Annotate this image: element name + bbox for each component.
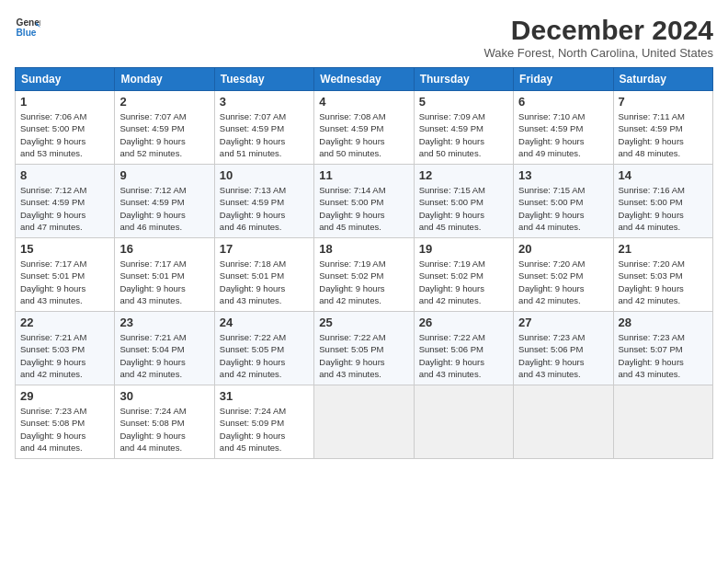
day-number: 31: [220, 389, 309, 403]
day-number: 4: [319, 95, 408, 109]
day-info: Sunrise: 7:15 AM Sunset: 5:00 PM Dayligh…: [419, 184, 508, 233]
day-info: Sunrise: 7:15 AM Sunset: 5:00 PM Dayligh…: [518, 184, 608, 233]
day-number: 17: [220, 242, 309, 256]
day-info: Sunrise: 7:12 AM Sunset: 4:59 PM Dayligh…: [119, 184, 209, 233]
calendar-week-row: 22Sunrise: 7:21 AM Sunset: 5:03 PM Dayli…: [16, 312, 713, 385]
day-number: 3: [220, 95, 309, 109]
calendar-day-cell: 31Sunrise: 7:24 AM Sunset: 5:09 PM Dayli…: [214, 385, 313, 459]
calendar-week-row: 29Sunrise: 7:23 AM Sunset: 5:08 PM Dayli…: [16, 385, 713, 459]
day-info: Sunrise: 7:24 AM Sunset: 5:08 PM Dayligh…: [119, 405, 209, 454]
calendar-day-cell: 5Sunrise: 7:09 AM Sunset: 4:59 PM Daylig…: [414, 91, 513, 165]
location-subtitle: Wake Forest, North Carolina, United Stat…: [483, 46, 713, 60]
calendar-day-cell: [314, 385, 414, 459]
calendar-table: SundayMondayTuesdayWednesdayThursdayFrid…: [15, 67, 713, 459]
calendar-day-cell: 9Sunrise: 7:12 AM Sunset: 4:59 PM Daylig…: [115, 165, 214, 238]
day-info: Sunrise: 7:11 AM Sunset: 4:59 PM Dayligh…: [619, 110, 708, 159]
day-info: Sunrise: 7:16 AM Sunset: 5:00 PM Dayligh…: [619, 184, 708, 233]
day-number: 30: [119, 389, 209, 403]
calendar-day-cell: 26Sunrise: 7:22 AM Sunset: 5:06 PM Dayli…: [414, 312, 513, 385]
weekday-header-cell: Saturday: [613, 68, 712, 91]
calendar-day-cell: 1Sunrise: 7:06 AM Sunset: 5:00 PM Daylig…: [16, 91, 115, 165]
day-number: 11: [319, 168, 408, 182]
day-number: 16: [119, 242, 209, 256]
day-number: 22: [20, 316, 109, 329]
day-info: Sunrise: 7:22 AM Sunset: 5:05 PM Dayligh…: [319, 331, 408, 380]
weekday-header-cell: Monday: [115, 68, 214, 91]
calendar-day-cell: 29Sunrise: 7:23 AM Sunset: 5:08 PM Dayli…: [16, 385, 115, 459]
day-info: Sunrise: 7:19 AM Sunset: 5:02 PM Dayligh…: [319, 258, 408, 306]
day-number: 27: [518, 316, 608, 329]
calendar-day-cell: 23Sunrise: 7:21 AM Sunset: 5:04 PM Dayli…: [115, 312, 214, 385]
weekday-header-cell: Sunday: [16, 68, 115, 91]
day-number: 13: [518, 168, 608, 182]
calendar-day-cell: 6Sunrise: 7:10 AM Sunset: 4:59 PM Daylig…: [514, 91, 613, 165]
calendar-day-cell: 21Sunrise: 7:20 AM Sunset: 5:03 PM Dayli…: [613, 238, 712, 312]
day-number: 12: [419, 168, 508, 182]
day-number: 1: [20, 95, 109, 109]
calendar-day-cell: [514, 385, 613, 459]
weekday-header-cell: Wednesday: [314, 68, 414, 91]
weekday-header-cell: Thursday: [414, 68, 513, 91]
day-info: Sunrise: 7:21 AM Sunset: 5:04 PM Dayligh…: [119, 331, 209, 380]
page-header: General Blue December 2024 Wake Forest, …: [15, 15, 713, 60]
calendar-body: 1Sunrise: 7:06 AM Sunset: 5:00 PM Daylig…: [16, 91, 713, 459]
day-info: Sunrise: 7:20 AM Sunset: 5:02 PM Dayligh…: [518, 258, 608, 306]
calendar-day-cell: 2Sunrise: 7:07 AM Sunset: 4:59 PM Daylig…: [115, 91, 214, 165]
day-number: 26: [419, 316, 508, 329]
calendar-day-cell: 17Sunrise: 7:18 AM Sunset: 5:01 PM Dayli…: [214, 238, 313, 312]
calendar-day-cell: 18Sunrise: 7:19 AM Sunset: 5:02 PM Dayli…: [314, 238, 414, 312]
day-info: Sunrise: 7:06 AM Sunset: 5:00 PM Dayligh…: [20, 110, 109, 159]
day-info: Sunrise: 7:07 AM Sunset: 4:59 PM Dayligh…: [119, 110, 209, 159]
day-number: 18: [319, 242, 408, 256]
day-info: Sunrise: 7:18 AM Sunset: 5:01 PM Dayligh…: [220, 258, 309, 306]
day-number: 19: [419, 242, 508, 256]
calendar-day-cell: 28Sunrise: 7:23 AM Sunset: 5:07 PM Dayli…: [613, 312, 712, 385]
calendar-day-cell: 12Sunrise: 7:15 AM Sunset: 5:00 PM Dayli…: [414, 165, 513, 238]
calendar-day-cell: 7Sunrise: 7:11 AM Sunset: 4:59 PM Daylig…: [613, 91, 712, 165]
day-number: 14: [619, 168, 708, 182]
calendar-day-cell: 22Sunrise: 7:21 AM Sunset: 5:03 PM Dayli…: [16, 312, 115, 385]
calendar-day-cell: 24Sunrise: 7:22 AM Sunset: 5:05 PM Dayli…: [214, 312, 313, 385]
calendar-day-cell: 19Sunrise: 7:19 AM Sunset: 5:02 PM Dayli…: [414, 238, 513, 312]
calendar-day-cell: [414, 385, 513, 459]
day-info: Sunrise: 7:19 AM Sunset: 5:02 PM Dayligh…: [419, 258, 508, 306]
weekday-header-cell: Friday: [514, 68, 613, 91]
day-number: 2: [119, 95, 209, 109]
calendar-day-cell: 16Sunrise: 7:17 AM Sunset: 5:01 PM Dayli…: [115, 238, 214, 312]
calendar-day-cell: 13Sunrise: 7:15 AM Sunset: 5:00 PM Dayli…: [514, 165, 613, 238]
day-info: Sunrise: 7:23 AM Sunset: 5:08 PM Dayligh…: [20, 405, 109, 454]
day-info: Sunrise: 7:20 AM Sunset: 5:03 PM Dayligh…: [619, 258, 708, 306]
day-info: Sunrise: 7:17 AM Sunset: 5:01 PM Dayligh…: [20, 258, 109, 306]
day-number: 23: [119, 316, 209, 329]
day-number: 9: [119, 168, 209, 182]
calendar-day-cell: 15Sunrise: 7:17 AM Sunset: 5:01 PM Dayli…: [16, 238, 115, 312]
day-number: 29: [20, 389, 109, 403]
calendar-day-cell: 10Sunrise: 7:13 AM Sunset: 4:59 PM Dayli…: [214, 165, 313, 238]
day-number: 25: [319, 316, 408, 329]
month-title: December 2024: [483, 15, 713, 46]
title-block: December 2024 Wake Forest, North Carolin…: [483, 15, 713, 60]
calendar-week-row: 1Sunrise: 7:06 AM Sunset: 5:00 PM Daylig…: [16, 91, 713, 165]
day-info: Sunrise: 7:10 AM Sunset: 4:59 PM Dayligh…: [518, 110, 608, 159]
day-info: Sunrise: 7:22 AM Sunset: 5:06 PM Dayligh…: [419, 331, 508, 380]
day-info: Sunrise: 7:21 AM Sunset: 5:03 PM Dayligh…: [20, 331, 109, 380]
calendar-day-cell: 8Sunrise: 7:12 AM Sunset: 4:59 PM Daylig…: [16, 165, 115, 238]
calendar-day-cell: 3Sunrise: 7:07 AM Sunset: 4:59 PM Daylig…: [214, 91, 313, 165]
day-info: Sunrise: 7:13 AM Sunset: 4:59 PM Dayligh…: [220, 184, 309, 233]
calendar-week-row: 8Sunrise: 7:12 AM Sunset: 4:59 PM Daylig…: [16, 165, 713, 238]
day-info: Sunrise: 7:23 AM Sunset: 5:07 PM Dayligh…: [619, 331, 708, 380]
calendar-day-cell: 11Sunrise: 7:14 AM Sunset: 5:00 PM Dayli…: [314, 165, 414, 238]
day-number: 15: [20, 242, 109, 256]
day-info: Sunrise: 7:09 AM Sunset: 4:59 PM Dayligh…: [419, 110, 508, 159]
day-info: Sunrise: 7:22 AM Sunset: 5:05 PM Dayligh…: [220, 331, 309, 380]
day-number: 5: [419, 95, 508, 109]
day-info: Sunrise: 7:23 AM Sunset: 5:06 PM Dayligh…: [518, 331, 608, 380]
svg-text:Blue: Blue: [17, 28, 37, 38]
calendar-day-cell: [613, 385, 712, 459]
day-number: 20: [518, 242, 608, 256]
calendar-day-cell: 30Sunrise: 7:24 AM Sunset: 5:08 PM Dayli…: [115, 385, 214, 459]
weekday-header-row: SundayMondayTuesdayWednesdayThursdayFrid…: [16, 68, 713, 91]
day-number: 8: [20, 168, 109, 182]
day-info: Sunrise: 7:14 AM Sunset: 5:00 PM Dayligh…: [319, 184, 408, 233]
calendar-day-cell: 4Sunrise: 7:08 AM Sunset: 4:59 PM Daylig…: [314, 91, 414, 165]
